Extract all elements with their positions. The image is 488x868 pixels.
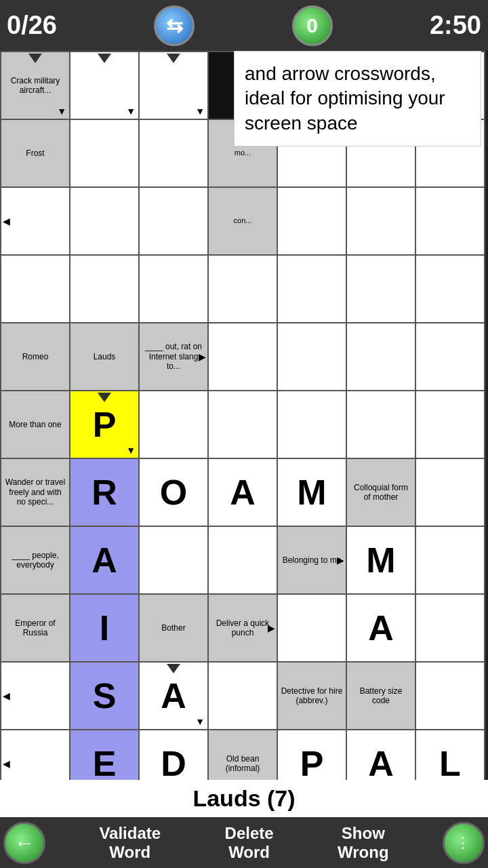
cell-r2c3[interactable]: [140, 120, 209, 188]
cell-r5c5[interactable]: [278, 323, 347, 391]
cell-r3c7[interactable]: [416, 188, 485, 256]
grid-area: Crack military aircraft... Frost mo...: [0, 51, 488, 817]
cell-r5c4[interactable]: [209, 323, 278, 391]
menu-button[interactable]: ⋮: [443, 822, 485, 864]
cell-r3c1[interactable]: [1, 188, 70, 256]
cell-r5c3[interactable]: ____ out, rat on Internet slang to...: [140, 323, 209, 391]
cell-r4c7[interactable]: [416, 256, 485, 323]
cell-r10c2[interactable]: S: [70, 663, 140, 730]
cell-r6c5[interactable]: [278, 391, 347, 459]
cell-r7c2[interactable]: R: [70, 459, 140, 527]
cell-r10c1[interactable]: [1, 663, 70, 730]
cell-r6c6[interactable]: [347, 391, 416, 459]
cell-r4c1[interactable]: [1, 256, 70, 323]
cell-r4c4[interactable]: [209, 256, 278, 323]
cell-r7c7[interactable]: [416, 459, 485, 527]
back-button[interactable]: ←: [3, 822, 45, 864]
timer-display: 2:50: [430, 11, 481, 40]
cell-r1c3[interactable]: [140, 52, 209, 120]
cell-r9c3[interactable]: Bother: [140, 595, 209, 663]
cell-r9c5[interactable]: [278, 595, 347, 663]
cell-r5c1[interactable]: Romeo: [1, 323, 70, 391]
cell-r7c5[interactable]: M: [278, 459, 347, 527]
cell-r8c7[interactable]: [416, 527, 485, 595]
tooltip: and arrow crosswords, ideal for optimisi…: [234, 51, 481, 146]
cell-r4c2[interactable]: [70, 256, 140, 323]
cell-r3c3[interactable]: [140, 188, 209, 256]
cell-r6c2[interactable]: P: [70, 391, 140, 459]
cell-r6c1[interactable]: More than one: [1, 391, 70, 459]
dots-icon: ⋮: [455, 834, 472, 852]
cell-r9c1[interactable]: Emperor of Russia: [1, 595, 70, 663]
cell-r8c4[interactable]: [209, 527, 278, 595]
validate-word-button[interactable]: Validate Word: [89, 821, 171, 865]
cell-r6c7[interactable]: [416, 391, 485, 459]
cell-r10c4[interactable]: [209, 663, 278, 730]
cell-r9c6[interactable]: A: [347, 595, 416, 663]
cell-r2c1[interactable]: Frost: [1, 120, 70, 188]
cell-r3c4[interactable]: con...: [209, 188, 278, 256]
delete-word-button[interactable]: Delete Word: [215, 821, 284, 865]
cell-r4c3[interactable]: [140, 256, 209, 323]
cell-r7c4[interactable]: A: [209, 459, 278, 527]
cell-r7c3[interactable]: O: [140, 459, 209, 527]
score-display: 0/26: [7, 11, 57, 40]
swap-button[interactable]: [154, 5, 195, 46]
cell-r8c3[interactable]: [140, 527, 209, 595]
cell-r10c3[interactable]: A: [140, 663, 209, 730]
cell-r8c5[interactable]: Belonging to me: [278, 527, 347, 595]
cell-r4c6[interactable]: [347, 256, 416, 323]
cell-r10c5[interactable]: Detective for hire (abbrev.): [278, 663, 347, 730]
cell-r3c6[interactable]: [347, 188, 416, 256]
word-display: Lauds (7): [0, 780, 488, 817]
toolbar: ← Validate Word Delete Word Show Wrong ⋮: [0, 817, 488, 868]
cell-r6c4[interactable]: [209, 391, 278, 459]
cell-r1c1[interactable]: Crack military aircraft...: [1, 52, 70, 120]
cell-r4c5[interactable]: [278, 256, 347, 323]
cell-r5c6[interactable]: [347, 323, 416, 391]
cell-r1c2[interactable]: [70, 52, 140, 120]
cell-r7c1[interactable]: Wander or travel freely and with no spec…: [1, 459, 70, 527]
cell-r8c1[interactable]: ____ people, everybody: [1, 527, 70, 595]
cell-r8c2[interactable]: A: [70, 527, 140, 595]
cell-r9c7[interactable]: [416, 595, 485, 663]
cell-r3c5[interactable]: [278, 188, 347, 256]
cell-r6c3[interactable]: [140, 391, 209, 459]
cell-r2c2[interactable]: [70, 120, 140, 188]
cell-r3c2[interactable]: [70, 188, 140, 256]
cell-r9c4[interactable]: Deliver a quick punch: [209, 595, 278, 663]
cell-r9c2[interactable]: I: [70, 595, 140, 663]
zero-button[interactable]: 0: [292, 5, 333, 46]
show-wrong-button[interactable]: Show Wrong: [327, 821, 399, 865]
cell-r10c6[interactable]: Battery size code: [347, 663, 416, 730]
cell-r10c7[interactable]: [416, 663, 485, 730]
cell-r7c6[interactable]: Colloquial form of mother: [347, 459, 416, 527]
header: 0/26 0 2:50: [0, 0, 488, 51]
back-arrow-icon: ←: [14, 831, 35, 854]
cell-r8c6[interactable]: M: [347, 527, 416, 595]
cell-r5c7[interactable]: [416, 323, 485, 391]
cell-r5c2[interactable]: Lauds: [70, 323, 140, 391]
crossword-grid: Crack military aircraft... Frost mo...: [0, 51, 485, 730]
